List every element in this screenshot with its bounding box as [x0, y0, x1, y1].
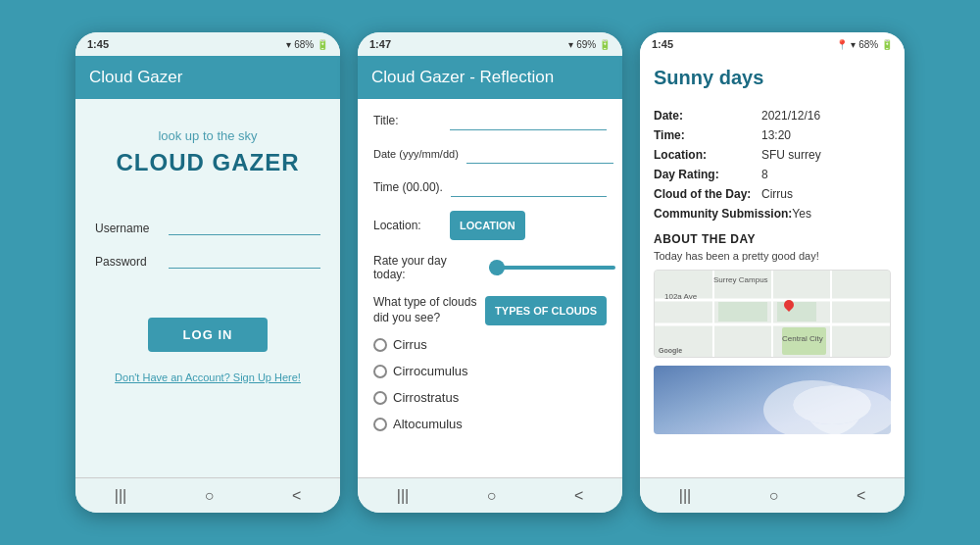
app-bar-1: Cloud Gazer [75, 56, 340, 99]
title-row: Title: [373, 111, 607, 130]
bottom-nav-2: ||| ○ < [358, 477, 622, 513]
rate-row: Rate your day today: 0 [373, 254, 607, 281]
battery-icon-2: 69% 🔋 [576, 39, 611, 50]
status-bar-2: 1:47 ▾ 69% 🔋 [358, 32, 622, 56]
cloud-label-cirrocumulus: Cirrocumulus [393, 364, 468, 378]
nav-menu-icon-3[interactable]: ||| [679, 487, 691, 505]
wifi-icon-2: ▾ [568, 39, 573, 50]
community-key: Community Submission: [654, 207, 792, 221]
login-button[interactable]: LOG IN [148, 318, 269, 352]
app-title-3: Sunny days [654, 67, 763, 89]
time-detail-row: Time: 13:20 [654, 128, 891, 142]
location-key: Location: [654, 148, 761, 162]
phone-login: 1:45 ▾ 68% 🔋 Cloud Gazer look up to the … [75, 32, 340, 513]
location-val: SFU surrey [761, 148, 821, 162]
cloud-row-cirrocumulus[interactable]: Cirrocumulus [373, 364, 607, 378]
phone-detail: 1:45 📍 ▾ 68% 🔋 Sunny days Date: 2021/12/… [640, 32, 905, 513]
cloud-label-altocumulus: Altocumulus [393, 417, 463, 431]
status-time-1: 1:45 [87, 38, 109, 50]
types-button[interactable]: TYPES OF CLOUDS [485, 296, 607, 325]
date-label: Date (yyy/mm/dd) [373, 147, 459, 161]
nav-back-icon-1[interactable]: < [292, 487, 301, 505]
community-val: Yes [792, 207, 811, 221]
date-key: Date: [654, 109, 761, 123]
tagline: look up to the sky [158, 128, 257, 143]
map-pin [784, 300, 794, 314]
password-label: Password [95, 255, 159, 269]
about-text: Today has been a pretty good day! [654, 250, 891, 262]
cloud-label-cirrostratus: Cirrostratus [393, 390, 459, 405]
location-detail-row: Location: SFU surrey [654, 148, 891, 162]
nav-menu-icon-1[interactable]: ||| [115, 487, 126, 505]
username-input[interactable] [169, 216, 320, 235]
signup-link[interactable]: Don't Have an Account? Sign Up Here! [115, 372, 301, 383]
location-button[interactable]: LOCATION [450, 211, 525, 240]
status-icons-3: 📍 ▾ 68% 🔋 [836, 39, 893, 50]
community-detail-row: Community Submission: Yes [654, 207, 891, 221]
bottom-nav-1: ||| ○ < [75, 477, 340, 513]
time-input[interactable] [451, 177, 607, 197]
username-label: Username [95, 222, 159, 235]
cloud-row-cirrus[interactable]: Cirrus [373, 337, 607, 352]
rate-label: Rate your day today: [373, 254, 481, 281]
radio-cirrus[interactable] [373, 338, 387, 352]
password-row: Password [95, 249, 320, 269]
status-time-2: 1:47 [369, 38, 391, 50]
rating-detail-row: Day Rating: 8 [654, 168, 891, 181]
radio-altocumulus[interactable] [373, 418, 387, 431]
map-label-campus: Surrey Campus [713, 275, 768, 284]
nav-back-icon-3[interactable]: < [857, 487, 865, 505]
cloud-day-val: Cirrus [761, 187, 793, 201]
nav-back-icon-2[interactable]: < [574, 487, 583, 505]
types-label: What type of clouds did you see? [373, 295, 477, 325]
app-name-logo: CLOUD GAZER [117, 149, 300, 176]
wifi-icon-3: ▾ [851, 39, 856, 50]
map-container[interactable]: Surrey Campus Central City 102a Ave Goog… [654, 270, 891, 358]
date-row: Date (yyy/mm/dd) [373, 144, 607, 164]
nav-menu-icon-2[interactable]: ||| [397, 487, 409, 505]
radio-cirrostratus[interactable] [373, 391, 387, 405]
cloud-label-cirrus: Cirrus [393, 337, 427, 352]
cloud-day-key: Cloud of the Day: [654, 187, 761, 201]
app-bar-3: Sunny days [640, 56, 905, 99]
time-form-label: Time (00.00). [373, 180, 443, 194]
reflection-content: Title: Date (yyy/mm/dd) Time (00.00). Lo… [358, 99, 622, 477]
nav-home-icon-2[interactable]: ○ [487, 487, 497, 505]
cloud-shape [793, 385, 871, 424]
types-row: What type of clouds did you see? TYPES O… [373, 295, 607, 325]
rating-val: 8 [761, 168, 768, 181]
app-title-2: Cloud Gazer - Reflection [371, 68, 554, 87]
date-input[interactable] [466, 144, 613, 164]
cloud-row-cirrostratus[interactable]: Cirrostratus [373, 390, 607, 405]
status-bar-1: 1:45 ▾ 68% 🔋 [75, 32, 340, 56]
status-icons-2: ▾ 69% 🔋 [568, 39, 611, 50]
google-logo: Google [659, 347, 682, 354]
username-row: Username [95, 216, 320, 235]
slider-container: 0 [489, 260, 622, 275]
nav-home-icon-3[interactable]: ○ [769, 487, 779, 505]
location-status-icon: 📍 [836, 39, 848, 50]
day-rating-slider[interactable] [489, 266, 615, 270]
date-val: 2021/12/16 [761, 109, 820, 123]
time-key: Time: [654, 128, 761, 142]
sky-photo [654, 366, 891, 434]
cloud-detail-row: Cloud of the Day: Cirrus [654, 187, 891, 201]
time-row: Time (00.00). [373, 177, 607, 197]
title-label: Title: [373, 114, 442, 127]
login-fields: Username Password [95, 216, 320, 282]
radio-cirrocumulus[interactable] [373, 365, 387, 378]
date-detail-row: Date: 2021/12/16 [654, 109, 891, 123]
map-label-ave: 102a Ave [664, 292, 697, 301]
time-val: 13:20 [761, 128, 791, 142]
login-content: look up to the sky CLOUD GAZER Username … [75, 99, 340, 477]
map-label-central: Central City [782, 334, 823, 343]
wifi-icon-1: ▾ [286, 39, 291, 50]
cloud-row-altocumulus[interactable]: Altocumulus [373, 417, 607, 431]
app-title-1: Cloud Gazer [89, 68, 182, 87]
title-input[interactable] [450, 111, 607, 130]
app-bar-2: Cloud Gazer - Reflection [358, 56, 622, 99]
rating-key: Day Rating: [654, 168, 761, 181]
password-input[interactable] [169, 249, 320, 269]
battery-icon-1: 68% 🔋 [294, 39, 328, 50]
nav-home-icon-1[interactable]: ○ [205, 487, 215, 505]
